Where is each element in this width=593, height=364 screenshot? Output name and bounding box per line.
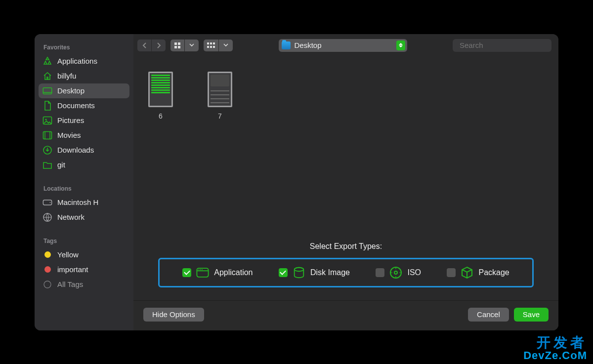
back-button[interactable] (137, 40, 151, 51)
export-types-title: Select Export Types: (143, 242, 549, 251)
svg-rect-13 (178, 42, 180, 45)
svg-rect-14 (174, 46, 177, 48)
save-dialog: Favorites Applications billyfu Desktop D… (35, 34, 558, 330)
forward-button[interactable] (152, 40, 166, 51)
search-field[interactable] (453, 39, 551, 52)
export-label: Disk Image (310, 268, 350, 277)
file-thumbnail (148, 72, 173, 107)
svg-point-3 (45, 119, 46, 120)
sidebar-item-label: Macintosh H (57, 198, 98, 206)
export-label: Package (478, 268, 509, 277)
checkbox[interactable] (182, 268, 191, 277)
export-label: ISO (407, 268, 421, 277)
sidebar-item-label: git (57, 161, 65, 169)
svg-rect-12 (174, 42, 177, 45)
pictures-icon (42, 116, 52, 125)
svg-rect-19 (207, 46, 209, 48)
export-option-disk-image[interactable]: Disk Image (279, 267, 350, 278)
sidebar-item-label: billyfu (57, 72, 76, 80)
sidebar-item-desktop[interactable]: Desktop (39, 83, 129, 98)
svg-point-26 (199, 269, 200, 270)
sidebar: Favorites Applications billyfu Desktop D… (35, 34, 133, 330)
checkbox[interactable] (279, 268, 288, 277)
document-icon (42, 101, 52, 111)
group-dropdown[interactable] (204, 40, 233, 51)
save-button[interactable]: Save (514, 308, 549, 322)
sidebar-item-label: Pictures (57, 116, 84, 124)
svg-rect-15 (178, 46, 180, 48)
svg-rect-18 (213, 42, 215, 44)
locations-header: Locations (35, 181, 133, 195)
export-label: Application (214, 268, 253, 277)
folder-icon (282, 41, 291, 49)
export-option-application[interactable]: Application (182, 267, 253, 278)
sidebar-item-pictures[interactable]: Pictures (35, 113, 133, 128)
tag-dot-red (42, 265, 52, 275)
watermark-line1: 开发者 (523, 335, 587, 350)
chevron-down-icon (219, 40, 233, 51)
export-option-iso[interactable]: ISO (376, 267, 421, 278)
nav-buttons (137, 40, 166, 51)
sidebar-item-label: Documents (57, 101, 95, 110)
location-popup[interactable]: Desktop (279, 39, 407, 52)
sidebar-item-label: Movies (57, 131, 81, 139)
home-icon (42, 71, 52, 81)
svg-rect-4 (43, 131, 52, 139)
favorites-header: Favorites (35, 40, 133, 54)
svg-point-29 (295, 267, 304, 271)
file-browser: 6 7 (133, 57, 558, 242)
checkbox[interactable] (376, 268, 384, 277)
sidebar-all-tags[interactable]: All Tags (35, 277, 133, 292)
sidebar-item-label: Yellow (57, 250, 79, 259)
svg-point-31 (394, 271, 397, 274)
chevron-down-icon (185, 40, 199, 51)
svg-point-28 (202, 269, 203, 270)
cancel-button[interactable]: Cancel (468, 308, 509, 322)
sidebar-item-label: Downloads (57, 146, 94, 154)
tag-dot-yellow (42, 250, 52, 260)
toolbar: Desktop (133, 34, 558, 57)
file-name: 6 (159, 112, 163, 120)
sidebar-tag-yellow[interactable]: Yellow (35, 247, 133, 262)
sidebar-item-home[interactable]: billyfu (35, 69, 133, 83)
sidebar-item-downloads[interactable]: Downloads (35, 143, 133, 158)
search-input[interactable] (460, 41, 553, 49)
svg-point-9 (50, 202, 51, 203)
watermark-line2: DevZe.CoM (523, 350, 587, 361)
desktop-icon (42, 86, 52, 96)
file-item[interactable]: 7 (208, 72, 232, 120)
svg-rect-20 (210, 46, 212, 48)
download-icon (42, 145, 52, 155)
svg-point-11 (44, 281, 51, 288)
sidebar-item-documents[interactable]: Documents (35, 98, 133, 113)
app-window-icon (196, 267, 209, 278)
movies-icon (42, 130, 52, 140)
tags-header: Tags (35, 234, 133, 247)
hide-options-button[interactable]: Hide Options (143, 308, 204, 322)
checkbox[interactable] (447, 268, 456, 277)
sidebar-tag-important[interactable]: important (35, 262, 133, 277)
sidebar-item-label: Network (57, 213, 85, 221)
svg-rect-17 (210, 42, 212, 44)
sidebar-item-applications[interactable]: Applications (35, 54, 133, 69)
export-types-box: Application Disk Image ISO (158, 258, 534, 287)
main-area: Desktop 6 7 Select Export Ty (133, 34, 558, 330)
sidebar-item-network[interactable]: Network (35, 210, 133, 225)
file-item[interactable]: 6 (148, 72, 173, 120)
export-option-package[interactable]: Package (447, 267, 509, 278)
svg-rect-16 (207, 42, 209, 44)
applications-icon (42, 56, 52, 66)
package-icon (461, 267, 473, 278)
sidebar-item-git[interactable]: git (35, 158, 133, 172)
watermark: 开发者 DevZe.CoM (523, 335, 587, 361)
network-icon (42, 212, 52, 222)
iso-icon (389, 267, 402, 278)
svg-rect-0 (43, 87, 52, 94)
sidebar-item-label: All Tags (57, 280, 83, 288)
view-dropdown-1[interactable] (170, 40, 199, 51)
svg-point-27 (200, 269, 201, 270)
all-tags-icon (42, 280, 52, 289)
svg-rect-21 (213, 46, 215, 48)
sidebar-item-movies[interactable]: Movies (35, 128, 133, 143)
sidebar-item-macintosh-hd[interactable]: Macintosh H (35, 195, 133, 210)
